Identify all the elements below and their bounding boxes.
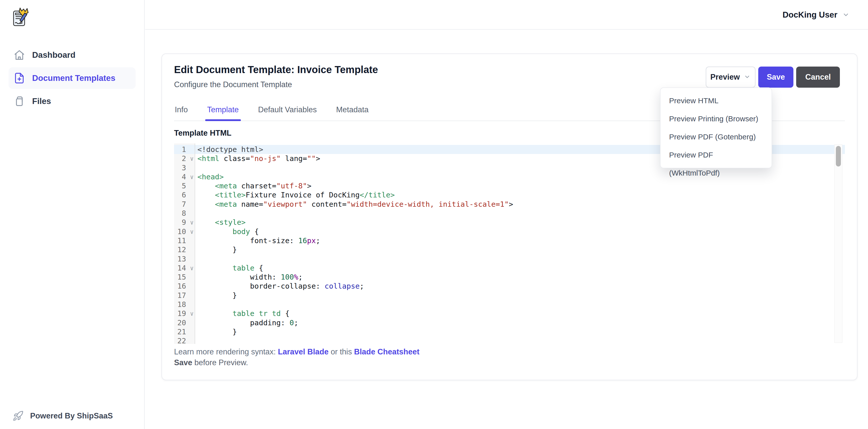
tab-template[interactable]: Template (207, 103, 239, 121)
code-line[interactable]: 21 } (174, 327, 845, 336)
preview-button-label: Preview (710, 72, 740, 82)
line-number: 20 (174, 318, 195, 327)
sidebar-nav: DashboardDocument TemplatesFiles (8, 44, 135, 114)
line-number: 8 (174, 209, 195, 218)
tab-metadata[interactable]: Metadata (336, 103, 368, 121)
editor-scrollbar-thumb[interactable] (836, 146, 841, 166)
code-line[interactable]: 6 <title>Fixture Invoice of DocKing</tit… (174, 190, 845, 200)
fold-chevron-icon[interactable]: ∨ (190, 173, 194, 182)
save-note: Save before Preview. (174, 358, 248, 367)
laravel-blade-link[interactable]: Laravel Blade (278, 347, 329, 356)
line-number: 9∨ (174, 218, 195, 227)
gutter-divider (195, 144, 195, 344)
code-line[interactable]: 4∨<head> (174, 172, 845, 181)
powered-by-label: Powered By ShipSaaS (30, 411, 113, 421)
sidebar-item-label: Dashboard (32, 50, 75, 60)
line-number: 16 (174, 281, 195, 290)
home-icon (13, 49, 25, 61)
blade-cheatsheet-link[interactable]: Blade Cheatsheet (354, 347, 420, 356)
file-plus-icon (13, 72, 25, 84)
editor-scrollbar[interactable] (834, 145, 842, 343)
code-line-content: <meta charset="utf-8"> (195, 181, 311, 190)
code-line[interactable]: 7 <meta name="viewport" content="width=d… (174, 200, 845, 209)
app-root: DashboardDocument TemplatesFiles Powered… (0, 0, 868, 429)
learn-prefix: Learn more rendering syntax: (174, 347, 278, 356)
template-html-label: Template HTML (174, 129, 231, 137)
code-line[interactable]: 5 <meta charset="utf-8"> (174, 181, 845, 190)
card-actions: Preview Save Cancel (706, 67, 840, 88)
line-number: 12 (174, 245, 195, 254)
code-line[interactable]: 15 width: 100%; (174, 273, 845, 281)
code-line-content: <head> (195, 172, 224, 181)
line-number: 3 (174, 163, 195, 172)
topbar: DocKing User (145, 0, 868, 30)
menu-item-preview-pdf-gotenberg-[interactable]: Preview PDF (Gotenberg) (660, 128, 772, 146)
powered-by: Powered By ShipSaaS (12, 410, 113, 422)
code-line-content: <html class="no-js" lang=""> (195, 154, 320, 163)
user-menu[interactable]: DocKing User (783, 0, 849, 30)
preview-dropdown-menu: Preview HTMLPreview Printing (Browser)Pr… (660, 87, 772, 168)
line-number: 4∨ (174, 172, 195, 181)
code-line-content: } (195, 245, 237, 254)
preview-button[interactable]: Preview (706, 67, 755, 88)
code-line[interactable]: 20 padding: 0; (174, 318, 845, 327)
code-line[interactable]: 11 font-size: 16px; (174, 236, 845, 245)
line-number: 13 (174, 254, 195, 264)
menu-item-preview-printing-browser-[interactable]: Preview Printing (Browser) (660, 110, 772, 128)
code-line[interactable]: 17 } (174, 291, 845, 300)
code-line[interactable]: 18 (174, 300, 845, 309)
sidebar-item-document-templates[interactable]: Document Templates (8, 67, 135, 89)
copy-icon (13, 95, 25, 107)
fold-chevron-icon[interactable]: ∨ (190, 264, 194, 273)
sidebar: DashboardDocument TemplatesFiles Powered… (0, 0, 145, 429)
code-line-content: padding: 0; (195, 318, 299, 327)
editor-scroller[interactable]: 1<!doctype html>2∨<html class="no-js" la… (174, 144, 845, 344)
code-line[interactable]: 10∨ body { (174, 227, 845, 236)
code-line[interactable]: 8 (174, 209, 845, 218)
sidebar-item-label: Files (32, 96, 51, 106)
code-line[interactable]: 16 border-collapse: collapse; (174, 281, 845, 290)
code-line[interactable]: 14∨ table { (174, 264, 845, 273)
fold-chevron-icon[interactable]: ∨ (190, 154, 194, 163)
fold-chevron-icon[interactable]: ∨ (190, 218, 194, 227)
code-line[interactable]: 12 } (174, 245, 845, 254)
tab-default-variables[interactable]: Default Variables (258, 103, 317, 121)
code-line[interactable]: 22 (174, 336, 845, 344)
code-editor[interactable]: 1<!doctype html>2∨<html class="no-js" la… (174, 144, 845, 344)
menu-item-preview-html[interactable]: Preview HTML (660, 92, 772, 110)
fold-chevron-icon[interactable]: ∨ (190, 227, 194, 236)
line-number: 14∨ (174, 264, 195, 273)
code-line-content: <title>Fixture Invoice of DocKing</title… (195, 190, 395, 200)
line-number: 22 (174, 336, 195, 344)
code-line-content: table tr td { (195, 309, 289, 318)
code-line-content: } (195, 327, 237, 336)
tab-info[interactable]: Info (175, 103, 188, 121)
save-button[interactable]: Save (758, 67, 794, 88)
fold-chevron-icon[interactable]: ∨ (190, 309, 194, 318)
line-number: 6 (174, 190, 195, 200)
code-line-content: body { (195, 227, 259, 236)
line-number: 18 (174, 300, 195, 309)
line-number: 10∨ (174, 227, 195, 236)
sidebar-item-files[interactable]: Files (8, 90, 135, 112)
rocket-icon (12, 410, 24, 422)
code-line-content: width: 100%; (195, 273, 303, 281)
code-line-content: font-size: 16px; (195, 236, 320, 245)
sidebar-item-dashboard[interactable]: Dashboard (8, 44, 135, 66)
app-logo-icon[interactable] (13, 5, 30, 27)
cancel-button[interactable]: Cancel (796, 67, 840, 88)
line-number: 7 (174, 200, 195, 209)
code-line-content: <!doctype html> (195, 145, 263, 154)
line-number: 21 (174, 327, 195, 336)
code-line[interactable]: 9∨ <style> (174, 218, 845, 227)
save-note-rest: before Preview. (192, 358, 248, 367)
line-number: 11 (174, 236, 195, 245)
code-line-content: <meta name="viewport" content="width=dev… (195, 200, 513, 209)
chevron-down-icon (744, 73, 751, 81)
code-line[interactable]: 13 (174, 254, 845, 264)
line-number: 15 (174, 273, 195, 281)
save-note-bold: Save (174, 358, 192, 367)
learn-middle: or this (329, 347, 354, 356)
code-line[interactable]: 19∨ table tr td { (174, 309, 845, 318)
menu-item-preview-pdf-wkhtmltopdf-[interactable]: Preview PDF (WkHtmlToPdf) (660, 146, 772, 164)
